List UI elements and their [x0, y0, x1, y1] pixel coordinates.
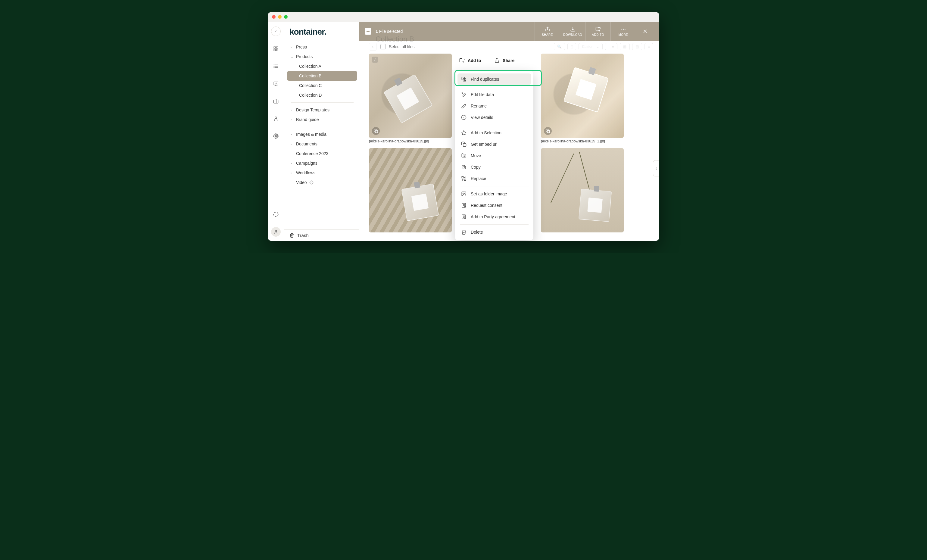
sidebar: kontainer. ›Press ⌄Products Collection A… [284, 22, 359, 241]
rail-list-icon[interactable] [271, 61, 281, 71]
menu-consent[interactable]: Request consent [455, 200, 533, 211]
quick-actions: Add to Share [459, 58, 514, 63]
asset-thumb[interactable] [369, 148, 452, 232]
menu-edit-file-data[interactable]: Edit file data [455, 89, 533, 100]
sidebar-item-documents[interactable]: ›Documents [287, 139, 357, 149]
sidebar-item-collection-a[interactable]: Collection A [287, 61, 357, 71]
rail-back-button[interactable] [271, 26, 281, 36]
agreement-icon [461, 214, 467, 220]
icon-rail [268, 22, 284, 241]
sort-dropdown[interactable]: Custom ⌄ [579, 43, 602, 50]
edit-data-icon [461, 92, 467, 97]
selbar-close-button[interactable] [636, 22, 654, 41]
search-icon[interactable]: 🔍 [554, 43, 565, 50]
svg-point-32 [464, 80, 466, 81]
rail-briefcase-icon[interactable] [271, 96, 281, 106]
selection-text: 1 File selected [375, 29, 403, 34]
menu-label: Edit file data [471, 92, 494, 97]
svg-point-21 [623, 29, 624, 29]
svg-rect-25 [375, 131, 378, 133]
move-icon [461, 153, 467, 158]
sidebar-label: Collection C [299, 83, 322, 88]
menu-label: Find duplicates [471, 77, 499, 82]
filter-icon[interactable]: ⍞ [567, 43, 576, 50]
select-all-toggle[interactable]: Select all files [380, 44, 415, 49]
duplicates-icon [461, 76, 467, 82]
sidebar-item-collection-d[interactable]: Collection D [287, 90, 357, 100]
rail-approve-icon[interactable] [271, 79, 281, 88]
asset-thumb[interactable]: ✓ [369, 53, 452, 138]
sidebar-label: Video [296, 180, 307, 185]
logo-text: kontainer. [289, 27, 326, 36]
page-back-button[interactable]: ‹ [369, 43, 377, 50]
sidebar-item-brand[interactable]: ›Brand guide [287, 115, 357, 124]
mac-titlebar [268, 12, 659, 22]
svg-point-9 [274, 67, 274, 68]
window-min-dot[interactable] [278, 15, 281, 19]
sidebar-item-press[interactable]: ›Press [287, 42, 357, 52]
view-controls: 🔍 ⍞ Custom ⌄ —● ▦ ▤ ≡ [554, 43, 653, 50]
view-list-icon[interactable]: ≡ [644, 43, 653, 50]
sidebar-item-products[interactable]: ⌄Products [287, 52, 357, 61]
menu-view-details[interactable]: View details [455, 112, 533, 123]
asset-card[interactable] [541, 148, 624, 232]
menu-embed[interactable]: Get embed url [455, 138, 533, 150]
sidebar-item-design[interactable]: ›Design Templates [287, 105, 357, 115]
sidebar-item-workflows[interactable]: ›Workflows [287, 168, 357, 178]
sidebar-item-video[interactable]: Video [287, 178, 357, 187]
svg-rect-2 [274, 49, 275, 51]
quick-addto-button[interactable]: Add to [459, 58, 481, 63]
menu-replace[interactable]: Replace [455, 173, 533, 184]
sidebar-label: Press [296, 44, 307, 49]
menu-add-selection[interactable]: Add to Selection [455, 127, 533, 138]
asset-card[interactable]: pexels-karolina-grabowska-83615_1.jpg [541, 53, 624, 143]
selbar-more-button[interactable]: MORE [611, 22, 636, 41]
svg-point-22 [624, 29, 625, 29]
selbar-addto-button[interactable]: ADD TO [585, 22, 611, 41]
menu-party[interactable]: Add to Party agreement [455, 211, 533, 223]
select-all-checkbox[interactable] [380, 44, 386, 49]
selbar-share-button[interactable]: SHARE [535, 22, 560, 41]
menu-find-duplicates[interactable]: Find duplicates [457, 73, 531, 85]
selbar-download-button[interactable]: DOWNLOAD [560, 22, 585, 41]
asset-card[interactable]: ✓ pexels-karolina-grabowska-83615.jpg [369, 53, 452, 143]
menu-move[interactable]: Move [455, 150, 533, 161]
asset-selected-icon[interactable]: ✓ [372, 57, 378, 63]
sidebar-item-conference[interactable]: Conference 2023 [287, 149, 357, 158]
asset-thumb[interactable] [541, 148, 624, 232]
svg-point-20 [621, 29, 622, 29]
menu-rename[interactable]: Rename [455, 100, 533, 112]
sidebar-item-campaigns[interactable]: ›Campaigns [287, 158, 357, 168]
rail-grid-icon[interactable] [271, 44, 281, 53]
right-panel-expand[interactable]: ‹ [653, 160, 659, 176]
logo: kontainer. [284, 23, 359, 42]
asset-thumb[interactable] [541, 53, 624, 138]
window-close-dot[interactable] [272, 15, 275, 19]
menu-copy[interactable]: Copy [455, 161, 533, 173]
window-max-dot[interactable] [284, 15, 287, 19]
rail-user-icon[interactable] [271, 114, 281, 123]
svg-rect-26 [547, 131, 550, 133]
zoom-slider[interactable]: —● [605, 43, 617, 50]
quick-share-button[interactable]: Share [494, 58, 514, 63]
asset-caption: pexels-karolina-grabowska-83615_1.jpg [541, 138, 624, 143]
selbar-addto-label: ADD TO [592, 33, 604, 36]
sidebar-item-images[interactable]: ›Images & media [287, 129, 357, 139]
rail-profile-avatar[interactable] [271, 227, 281, 237]
sidebar-item-trash[interactable]: Trash [284, 229, 359, 241]
sidebar-item-collection-c[interactable]: Collection C [287, 81, 357, 90]
menu-delete[interactable]: Delete [455, 226, 533, 238]
sidebar-item-collection-b[interactable]: Collection B [287, 71, 357, 81]
asset-duplicate-icon [544, 127, 552, 135]
asset-card[interactable] [369, 148, 452, 232]
svg-point-11 [275, 117, 277, 118]
svg-rect-0 [274, 47, 275, 48]
selection-checkbox[interactable] [365, 28, 371, 35]
menu-folder-image[interactable]: Set as folder image [455, 188, 533, 200]
view-grid-icon[interactable]: ▦ [620, 43, 630, 50]
view-card-icon[interactable]: ▤ [632, 43, 642, 50]
sidebar-resize-handle[interactable]: ⋮⋮ [372, 138, 380, 143]
rail-help-icon[interactable] [271, 209, 281, 219]
svg-point-13 [274, 212, 278, 217]
rail-settings-icon[interactable] [271, 131, 281, 141]
